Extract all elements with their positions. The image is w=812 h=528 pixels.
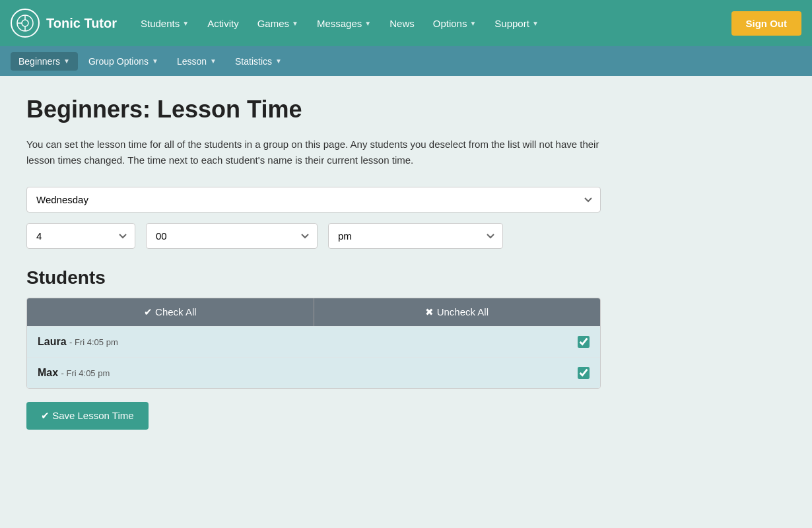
- table-row: Max - Fri 4:05 pm: [27, 357, 600, 388]
- chevron-down-icon: ▼: [63, 57, 70, 65]
- chevron-down-icon: ▼: [210, 57, 217, 65]
- check-buttons-row: ✔ Check All ✖ Uncheck All: [27, 298, 600, 326]
- chevron-down-icon: ▼: [275, 57, 282, 65]
- nav-options[interactable]: Options ▼: [425, 13, 485, 34]
- sub-nav: Beginners ▼ Group Options ▼ Lesson ▼ Sta…: [0, 46, 812, 76]
- chevron-down-icon: ▼: [532, 20, 539, 27]
- student-checkbox[interactable]: [578, 336, 590, 348]
- logo-icon: [11, 9, 40, 38]
- chevron-down-icon: ▼: [152, 57, 158, 65]
- save-lesson-time-button[interactable]: ✔ Save Lesson Time: [26, 402, 149, 430]
- chevron-down-icon: ▼: [182, 20, 189, 27]
- chevron-down-icon: ▼: [364, 20, 371, 27]
- subnav-group-options[interactable]: Group Options ▼: [81, 52, 166, 71]
- nav-links: Students ▼ Activity Games ▼ Messages ▼ N…: [133, 13, 731, 34]
- day-select[interactable]: MondayTuesdayWednesdayThursdayFridaySatu…: [26, 187, 601, 213]
- ampm-select[interactable]: ampm: [328, 223, 503, 249]
- sign-out-button[interactable]: Sign Out: [731, 11, 802, 36]
- table-row: Laura - Fri 4:05 pm: [27, 326, 600, 357]
- students-heading: Students: [26, 267, 601, 288]
- minute-select[interactable]: 000510152025303540455055: [146, 223, 318, 249]
- hour-select[interactable]: 123456789101112: [26, 223, 135, 249]
- nav-activity[interactable]: Activity: [199, 13, 247, 34]
- page-description: You can set the lesson time for all of t…: [26, 137, 601, 168]
- students-list: Laura - Fri 4:05 pmMax - Fri 4:05 pm: [27, 326, 600, 388]
- chevron-down-icon: ▼: [469, 20, 476, 27]
- day-selector-row: MondayTuesdayWednesdayThursdayFridaySatu…: [26, 187, 601, 213]
- logo-area: Tonic Tutor: [11, 9, 117, 38]
- nav-messages[interactable]: Messages ▼: [309, 13, 379, 34]
- subnav-beginners[interactable]: Beginners ▼: [11, 52, 78, 71]
- top-nav: Tonic Tutor Students ▼ Activity Games ▼ …: [0, 0, 812, 46]
- app-title: Tonic Tutor: [46, 16, 117, 31]
- nav-support[interactable]: Support ▼: [487, 13, 546, 34]
- student-name-label: Laura - Fri 4:05 pm: [38, 336, 118, 348]
- student-name-label: Max - Fri 4:05 pm: [38, 367, 110, 379]
- subnav-lesson[interactable]: Lesson ▼: [169, 52, 224, 71]
- nav-news[interactable]: News: [382, 13, 423, 34]
- check-all-button[interactable]: ✔ Check All: [27, 298, 314, 326]
- nav-students[interactable]: Students ▼: [133, 13, 197, 34]
- svg-point-1: [22, 20, 28, 26]
- student-checkbox[interactable]: [578, 367, 590, 379]
- page-title: Beginners: Lesson Time: [26, 96, 601, 123]
- subnav-statistics[interactable]: Statistics ▼: [227, 52, 290, 71]
- uncheck-all-button[interactable]: ✖ Uncheck All: [314, 298, 601, 326]
- chevron-down-icon: ▼: [292, 20, 298, 27]
- students-table: ✔ Check All ✖ Uncheck All Laura - Fri 4:…: [26, 298, 601, 389]
- main-content: Beginners: Lesson Time You can set the l…: [0, 76, 627, 449]
- nav-games[interactable]: Games ▼: [250, 13, 306, 34]
- time-selector-row: 123456789101112 000510152025303540455055…: [26, 223, 601, 249]
